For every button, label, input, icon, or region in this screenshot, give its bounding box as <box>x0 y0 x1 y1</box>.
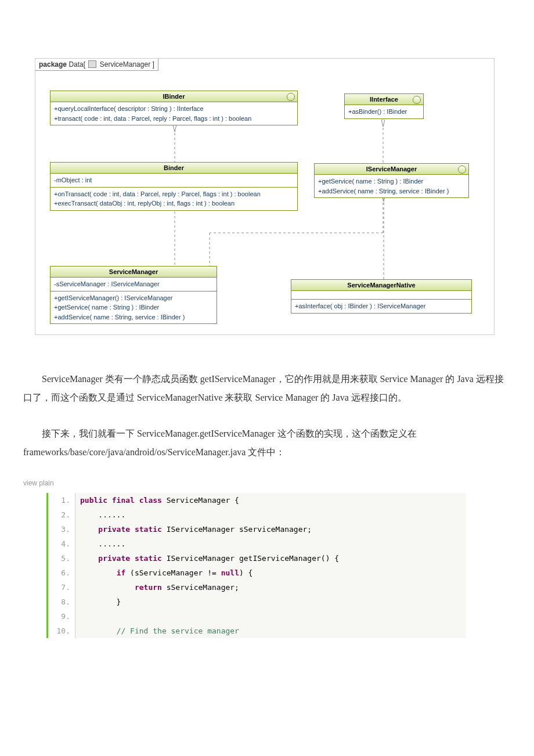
code-line: 9. <box>48 609 466 624</box>
class-methods: +asBinder() : IBinder <box>345 105 423 118</box>
class-attrs: -mObject : int <box>50 174 297 188</box>
code-line: 10. // Find the service manager <box>48 624 466 638</box>
code-line: 3. private static IServiceManager sServi… <box>48 522 466 537</box>
class-methods: +asInterface( obj : IBinder ) : IService… <box>291 300 471 313</box>
line-number: 7. <box>48 580 75 595</box>
code-content: } <box>75 595 466 609</box>
code-line: 4. ...... <box>48 537 466 551</box>
view-plain-link[interactable]: view plain <box>23 479 511 487</box>
class-name: IInterface <box>370 96 398 103</box>
interface-icon <box>287 93 295 101</box>
code-line: 2. ...... <box>48 507 466 522</box>
code-content: return sServiceManager; <box>75 580 466 595</box>
package-data: Data <box>68 60 83 69</box>
line-number: 1. <box>48 493 75 507</box>
paragraph-2: 接下来，我们就看一下 ServiceManager.getIServiceMan… <box>23 424 511 462</box>
code-content: public final class ServiceManager { <box>75 493 466 507</box>
line-number: 3. <box>48 522 75 537</box>
line-number: 9. <box>48 609 75 624</box>
class-ibinder: IBinder +queryLocalInterface( descriptor… <box>50 91 298 125</box>
code-line: 6. if (sServiceManager != null) { <box>48 566 466 580</box>
class-methods: +getService( name : String ) : IBinder +… <box>315 175 468 197</box>
class-name: IBinder <box>163 93 185 100</box>
line-number: 8. <box>48 595 75 609</box>
class-attrs <box>291 291 471 300</box>
line-number: 5. <box>48 551 75 566</box>
code-content: private static IServiceManager sServiceM… <box>75 522 466 537</box>
class-servicemanager: ServiceManager -sServiceManager : IServi… <box>50 266 217 324</box>
line-number: 6. <box>48 566 75 580</box>
code-content: // Find the service manager <box>75 624 466 638</box>
code-content <box>75 609 466 624</box>
code-content: if (sServiceManager != null) { <box>75 566 466 580</box>
code-block: 1.public final class ServiceManager { 2.… <box>46 493 466 638</box>
class-name: ServiceManagerNative <box>291 280 471 291</box>
class-attrs: -sServiceManager : IServiceManager <box>50 278 217 291</box>
class-methods: +onTransact( code : int, data : Parcel, … <box>50 188 297 210</box>
code-line: 8. } <box>48 595 466 609</box>
package-keyword: package <box>39 60 67 69</box>
code-content: ...... <box>75 507 466 522</box>
code-content: ...... <box>75 537 466 551</box>
class-name: ServiceManager <box>50 267 217 278</box>
class-iinterface: IInterface +asBinder() : IBinder <box>344 93 424 119</box>
line-number: 10. <box>48 624 75 638</box>
class-name: Binder <box>50 163 297 174</box>
line-number: 2. <box>48 507 75 522</box>
code-content: private static IServiceManager getIServi… <box>75 551 466 566</box>
class-servicemanagernative: ServiceManagerNative +asInterface( obj :… <box>291 279 472 314</box>
uml-diagram: package Data[ ServiceManager ] IBinder +… <box>35 58 495 335</box>
paragraph-1: ServiceManager 类有一个静态成员函数 getIServiceMan… <box>23 370 511 407</box>
package-tab: package Data[ ServiceManager ] <box>35 59 158 71</box>
class-iservicemanager: IServiceManager +getService( name : Stri… <box>314 163 469 198</box>
interface-icon <box>413 96 421 104</box>
line-number: 4. <box>48 537 75 551</box>
code-line: 1.public final class ServiceManager { <box>48 493 466 507</box>
interface-icon <box>458 165 466 174</box>
class-binder: Binder -mObject : int +onTransact( code … <box>50 162 298 211</box>
code-line: 5. private static IServiceManager getISe… <box>48 551 466 566</box>
package-inner: ServiceManager <box>100 60 150 69</box>
class-name: IServiceManager <box>366 165 417 172</box>
code-line: 7. return sServiceManager; <box>48 580 466 595</box>
package-icon <box>88 60 96 68</box>
class-methods: +queryLocalInterface( descriptor : Strin… <box>50 102 297 125</box>
class-methods: +getIServiceManager() : IServiceManager … <box>50 291 217 324</box>
